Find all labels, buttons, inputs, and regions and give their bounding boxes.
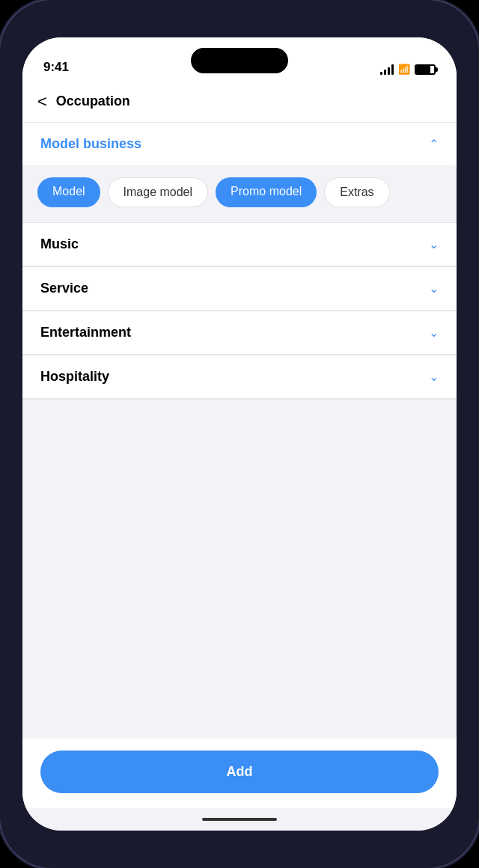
accordion-title-music: Music xyxy=(40,236,79,252)
add-button-container: Add xyxy=(22,739,457,808)
battery-icon xyxy=(415,64,436,75)
accordion-header-hospitality[interactable]: Hospitality ⌄ xyxy=(22,355,457,399)
bottom-spacer xyxy=(22,400,457,739)
home-bar xyxy=(202,818,277,821)
content-area: Model business ⌃ Model Image model Promo… xyxy=(22,123,457,831)
accordion-header-model-business[interactable]: Model business ⌃ xyxy=(22,123,457,165)
status-icons: 📶 xyxy=(380,64,436,75)
accordion-title-hospitality: Hospitality xyxy=(40,369,109,385)
accordion-music: Music ⌄ xyxy=(22,223,457,266)
home-indicator-area xyxy=(22,808,457,831)
accordion-service: Service ⌄ xyxy=(22,267,457,311)
accordion-title-model-business: Model business xyxy=(40,136,141,152)
chevron-down-hospitality-icon: ⌄ xyxy=(429,370,439,384)
chevron-down-entertainment-icon: ⌄ xyxy=(429,326,439,340)
back-chevron-icon: < xyxy=(37,94,47,110)
add-button[interactable]: Add xyxy=(40,751,439,793)
accordion-hospitality: Hospitality ⌄ xyxy=(22,355,457,399)
tags-row: Model Image model Promo model Extras xyxy=(37,177,442,207)
phone-screen: 9:41 📶 < Occupation xyxy=(22,37,457,831)
back-button[interactable]: < xyxy=(37,94,47,110)
accordion-model-business: Model business ⌃ Model Image model Promo… xyxy=(22,123,457,222)
nav-title: Occupation xyxy=(56,94,130,109)
tags-container-model-business: Model Image model Promo model Extras xyxy=(22,165,457,222)
chevron-up-icon: ⌃ xyxy=(429,137,439,151)
tag-model[interactable]: Model xyxy=(37,177,100,207)
dynamic-island xyxy=(191,48,288,73)
accordion-title-entertainment: Entertainment xyxy=(40,325,131,340)
chevron-down-service-icon: ⌄ xyxy=(429,281,439,296)
tag-extras[interactable]: Extras xyxy=(324,177,389,207)
nav-bar: < Occupation xyxy=(22,81,457,123)
accordion-header-music[interactable]: Music ⌄ xyxy=(22,223,457,266)
accordion-entertainment: Entertainment ⌄ xyxy=(22,311,457,355)
accordion-header-entertainment[interactable]: Entertainment ⌄ xyxy=(22,311,457,355)
tag-image-model[interactable]: Image model xyxy=(108,177,209,207)
wifi-icon: 📶 xyxy=(398,64,410,75)
signal-icon xyxy=(380,64,394,75)
accordion-title-service: Service xyxy=(40,281,88,296)
phone-frame: 9:41 📶 < Occupation xyxy=(0,0,479,868)
accordion-header-service[interactable]: Service ⌄ xyxy=(22,267,457,311)
status-time: 9:41 xyxy=(43,60,69,75)
chevron-down-music-icon: ⌄ xyxy=(429,237,439,251)
tag-promo-model[interactable]: Promo model xyxy=(216,177,317,207)
